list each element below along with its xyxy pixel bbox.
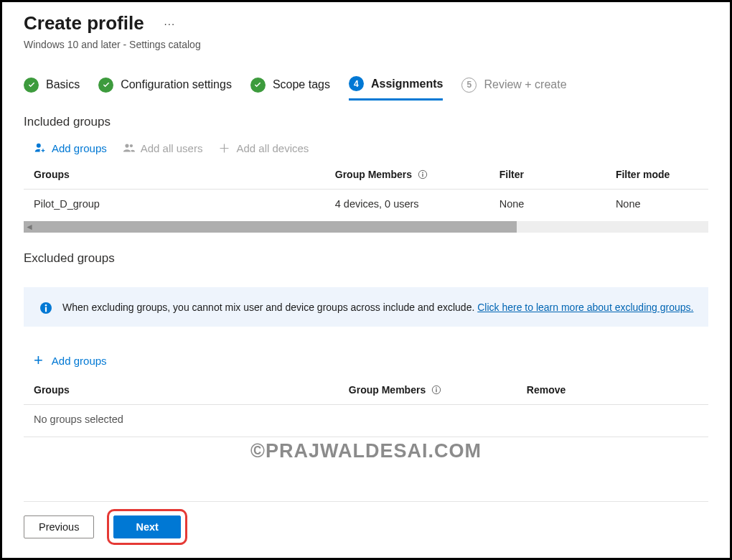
check-icon	[24, 78, 39, 93]
info-link[interactable]: Click here to learn more about excluding…	[477, 302, 693, 313]
plus-icon	[218, 142, 230, 154]
svg-rect-2	[422, 174, 423, 177]
people-icon	[123, 142, 135, 154]
step-label: Assignments	[371, 78, 443, 90]
scrollbar-thumb[interactable]	[24, 221, 517, 233]
watermark: ©PRAJWALDESAI.COM	[250, 440, 482, 462]
included-groups-table: Groups Group Members Filter Filter mode …	[24, 162, 708, 218]
col-filter[interactable]: Filter	[489, 162, 606, 190]
more-actions-button[interactable]: ···	[164, 17, 176, 29]
col-group-members[interactable]: Group Members	[339, 377, 517, 405]
step-scope-tags[interactable]: Scope tags	[250, 78, 330, 93]
col-groups[interactable]: Groups	[24, 377, 339, 405]
cell-group: Pilot_D_group	[24, 190, 325, 219]
table-row-empty: No groups selected	[24, 405, 708, 434]
footer-divider	[24, 501, 708, 502]
excluded-groups-table: Groups Group Members Remove No groups se…	[24, 377, 708, 434]
add-all-users-button[interactable]: Add all users	[123, 142, 203, 154]
step-label: Basics	[46, 78, 80, 91]
check-icon	[250, 78, 266, 93]
table-row[interactable]: Pilot_D_group 4 devices, 0 users None No…	[24, 190, 708, 219]
included-groups-title: Included groups	[24, 115, 708, 129]
svg-point-1	[422, 172, 423, 174]
col-groups[interactable]: Groups	[24, 162, 325, 190]
step-label: Review + create	[484, 78, 566, 91]
info-icon	[39, 302, 52, 314]
action-label: Add groups	[52, 355, 107, 367]
svg-point-7	[436, 388, 437, 389]
info-banner: When excluding groups, you cannot mix us…	[24, 287, 708, 327]
step-basics[interactable]: Basics	[24, 78, 80, 93]
cell-filter: None	[489, 190, 606, 219]
scroll-left-icon[interactable]: ◄	[25, 222, 34, 232]
col-remove[interactable]: Remove	[517, 377, 708, 405]
next-button[interactable]: Next	[113, 515, 180, 538]
excluded-groups-title: Excluded groups	[24, 251, 708, 266]
highlight-ring: Next	[107, 509, 187, 545]
page-title: Create profile	[24, 12, 144, 34]
svg-rect-5	[45, 307, 47, 312]
check-icon	[98, 78, 113, 93]
wizard-steps: Basics Configuration settings Scope tags…	[24, 76, 708, 93]
plus-icon: +	[34, 353, 43, 368]
add-groups-button[interactable]: Add groups	[34, 142, 107, 154]
step-number-icon: 5	[461, 78, 477, 93]
info-icon[interactable]	[418, 169, 428, 179]
svg-rect-8	[436, 389, 436, 392]
action-label: Add groups	[52, 142, 107, 154]
col-group-members[interactable]: Group Members	[325, 162, 489, 190]
step-label: Scope tags	[273, 78, 330, 91]
info-icon[interactable]	[431, 385, 441, 395]
action-label: Add all users	[141, 142, 203, 154]
previous-button[interactable]: Previous	[24, 515, 94, 538]
horizontal-scrollbar[interactable]: ◄	[24, 221, 708, 233]
empty-message: No groups selected	[24, 405, 708, 434]
cell-filter-mode: None	[606, 190, 708, 219]
add-all-devices-button[interactable]: Add all devices	[218, 142, 309, 154]
info-text: When excluding groups, you cannot mix us…	[62, 302, 477, 313]
excluded-add-groups-button[interactable]: + Add groups	[34, 353, 708, 368]
step-assignments[interactable]: 4 Assignments	[349, 76, 443, 101]
step-number-icon: 4	[349, 76, 364, 91]
step-configuration-settings[interactable]: Configuration settings	[98, 78, 232, 93]
svg-point-4	[45, 304, 47, 307]
step-review-create[interactable]: 5 Review + create	[461, 78, 566, 93]
cell-members: 4 devices, 0 users	[325, 190, 489, 219]
page-subtitle: Windows 10 and later - Settings catalog	[24, 39, 708, 50]
step-label: Configuration settings	[121, 78, 232, 91]
action-label: Add all devices	[236, 142, 309, 154]
person-add-icon	[34, 142, 46, 154]
col-filter-mode[interactable]: Filter mode	[606, 162, 708, 190]
